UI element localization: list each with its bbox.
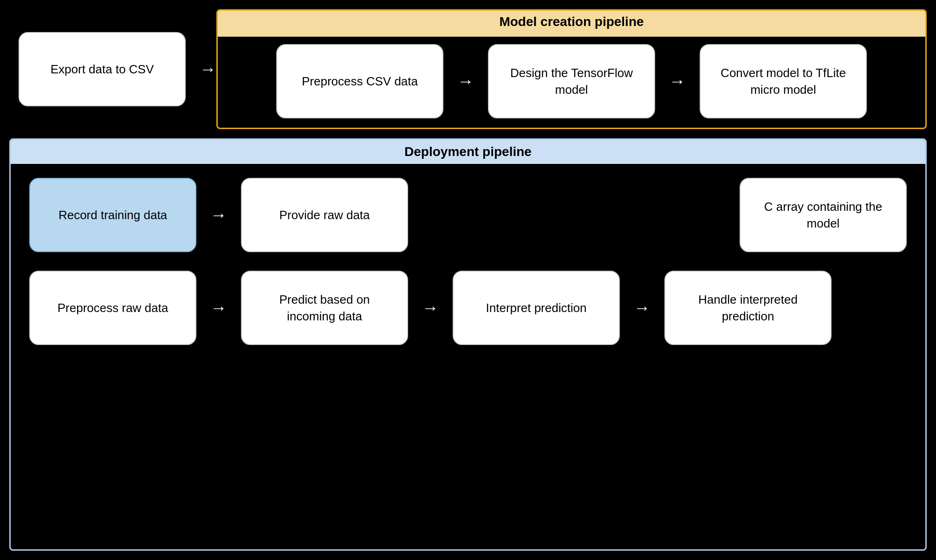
- preprocess-csv-label: Preprocess CSV data: [302, 73, 418, 90]
- box-handle-interpreted[interactable]: Handle interpreted prediction: [664, 271, 832, 345]
- model-pipeline-border: Model creation pipeline Preprocess CSV d…: [216, 9, 927, 129]
- deployment-section: Deployment pipeline Record training data…: [9, 138, 927, 551]
- c-array-label: C array containing the model: [752, 198, 894, 232]
- model-pipeline-section: Export data to CSV → Model creation pipe…: [9, 9, 927, 129]
- pipeline-arrow-3: →: [669, 72, 686, 91]
- row2-arrow-2: →: [422, 298, 439, 318]
- model-pipeline-title: Model creation pipeline: [218, 11, 925, 37]
- box-interpret-prediction[interactable]: Interpret prediction: [453, 271, 620, 345]
- export-box-wrapper: Export data to CSV: [9, 23, 200, 116]
- box-convert-model[interactable]: Convert model to TfLite micro model: [700, 44, 867, 118]
- preprocess-raw-label: Preprocess raw data: [58, 300, 168, 316]
- deployment-row-1: Record training data → Provide raw data …: [29, 178, 907, 252]
- pipeline-boxes: Preprocess CSV data → Design the TensorF…: [227, 44, 916, 118]
- handle-interpreted-label: Handle interpreted prediction: [677, 291, 819, 325]
- pipeline-arrow-2: →: [457, 72, 474, 91]
- deployment-content: Record training data → Provide raw data …: [11, 164, 925, 359]
- box-predict-incoming[interactable]: Predict based on incoming data: [241, 271, 408, 345]
- provide-raw-label: Provide raw data: [279, 207, 370, 223]
- box-preprocess-raw[interactable]: Preprocess raw data: [29, 271, 196, 345]
- row2-arrow-3: →: [634, 298, 650, 318]
- row1-arrow-1: →: [210, 205, 227, 225]
- design-tensorflow-label: Design the TensorFlow model: [500, 65, 643, 98]
- row2-arrow-1: →: [210, 298, 227, 318]
- box-preprocess-csv[interactable]: Preprocess CSV data: [276, 44, 443, 118]
- box-record-training[interactable]: Record training data: [29, 178, 196, 252]
- box-provide-raw[interactable]: Provide raw data: [241, 178, 408, 252]
- deployment-pipeline-title: Deployment pipeline: [11, 140, 925, 164]
- box-design-tensorflow[interactable]: Design the TensorFlow model: [488, 44, 655, 118]
- box-export-csv[interactable]: Export data to CSV: [19, 32, 186, 106]
- box-c-array[interactable]: C array containing the model: [740, 178, 907, 252]
- pipeline-arrow-1: →: [200, 59, 216, 79]
- record-training-label: Record training data: [58, 207, 167, 223]
- predict-incoming-label: Predict based on incoming data: [254, 291, 396, 325]
- deployment-row-2: Preprocess raw data → Predict based on i…: [29, 271, 907, 345]
- export-csv-label: Export data to CSV: [51, 61, 154, 78]
- main-container: Export data to CSV → Model creation pipe…: [0, 0, 936, 560]
- interpret-prediction-label: Interpret prediction: [486, 300, 587, 316]
- convert-model-label: Convert model to TfLite micro model: [712, 65, 854, 98]
